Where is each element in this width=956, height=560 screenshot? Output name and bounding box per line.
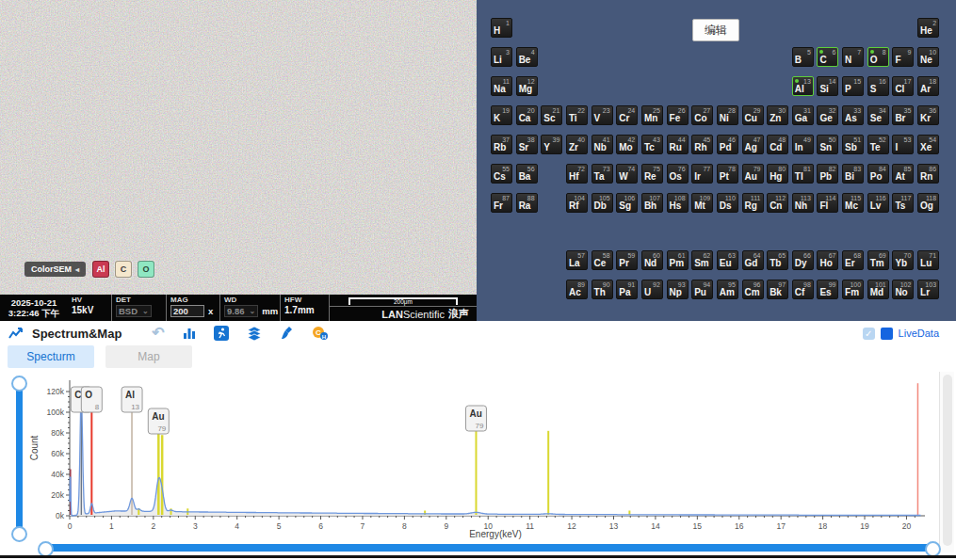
element-Pb[interactable]: 82Pb bbox=[817, 164, 838, 184]
element-Nd[interactable]: 60Nd bbox=[641, 250, 663, 270]
element-Ta[interactable]: 73Ta bbox=[591, 164, 613, 184]
colorsem-chip-C[interactable]: C bbox=[115, 261, 132, 278]
element-Pr[interactable]: 59Pr bbox=[616, 250, 638, 270]
element-C[interactable]: 6C bbox=[817, 47, 838, 67]
element-Fe[interactable]: 26Fe bbox=[667, 105, 689, 125]
run-icon[interactable] bbox=[214, 326, 229, 341]
element-I[interactable]: 53I bbox=[892, 135, 914, 154]
element-Tl[interactable]: 81Tl bbox=[792, 164, 814, 184]
element-Y[interactable]: 39Y bbox=[541, 135, 562, 154]
element-Nh[interactable]: 113Nh bbox=[792, 193, 814, 213]
spectrum-chart[interactable]: 012345678910111213141516171819200k20k40k… bbox=[26, 373, 938, 542]
element-Sb[interactable]: 51Sb bbox=[842, 135, 864, 154]
element-Rh[interactable]: 45Rh bbox=[691, 135, 713, 154]
element-Sc[interactable]: 21Sc bbox=[541, 105, 562, 125]
element-Tm[interactable]: 69Tm bbox=[867, 250, 889, 270]
element-Pm[interactable]: 61Pm bbox=[667, 250, 689, 270]
element-Mn[interactable]: 25Mn bbox=[641, 105, 663, 125]
element-Ir[interactable]: 77Ir bbox=[691, 164, 713, 184]
element-Er[interactable]: 68Er bbox=[842, 250, 864, 270]
count-slider-bottom-handle[interactable] bbox=[11, 526, 27, 542]
element-Po[interactable]: 84Po bbox=[867, 164, 889, 184]
element-Cf[interactable]: 98Cf bbox=[792, 280, 814, 299]
element-Tc[interactable]: 43Tc bbox=[641, 135, 663, 154]
tab-map[interactable]: Map bbox=[105, 345, 192, 368]
element-Ra[interactable]: 88Ra bbox=[516, 193, 538, 213]
element-Cm[interactable]: 96Cm bbox=[742, 280, 764, 299]
element-Kr[interactable]: 36Kr bbox=[917, 105, 939, 125]
element-No[interactable]: 102No bbox=[892, 280, 914, 299]
element-Zn[interactable]: 30Zn bbox=[767, 105, 788, 125]
element-Lv[interactable]: 116Lv bbox=[867, 193, 889, 213]
element-In[interactable]: 49In bbox=[792, 135, 814, 154]
element-Pd[interactable]: 46Pd bbox=[717, 135, 738, 154]
status-field-mag[interactable]: MAG200x bbox=[166, 295, 219, 321]
element-Ce[interactable]: 58Ce bbox=[591, 250, 613, 270]
element-At[interactable]: 85At bbox=[892, 164, 914, 184]
colorsem-chip-O[interactable]: O bbox=[138, 261, 154, 278]
element-Bh[interactable]: 107Bh bbox=[641, 193, 663, 213]
element-K[interactable]: 19K bbox=[491, 105, 512, 125]
element-Gd[interactable]: 64Gd bbox=[742, 250, 764, 270]
element-Ti[interactable]: 22Ti bbox=[566, 105, 588, 125]
element-Ge[interactable]: 32Ge bbox=[817, 105, 838, 125]
element-Na[interactable]: 11Na bbox=[491, 76, 512, 96]
element-Sg[interactable]: 106Sg bbox=[616, 193, 638, 213]
element-Cl[interactable]: 17Cl bbox=[892, 76, 914, 96]
element-Mt[interactable]: 109Mt bbox=[691, 193, 713, 213]
element-Pa[interactable]: 91Pa bbox=[616, 280, 638, 299]
element-F[interactable]: 9F bbox=[892, 47, 914, 67]
element-Mo[interactable]: 42Mo bbox=[616, 135, 638, 154]
colorsem-button[interactable]: ColorSEM ◂ bbox=[24, 262, 86, 277]
element-Dy[interactable]: 66Dy bbox=[792, 250, 814, 270]
tab-spectrum[interactable]: Specturm bbox=[8, 345, 94, 368]
element-S[interactable]: 16S bbox=[867, 76, 889, 96]
element-Mg[interactable]: 12Mg bbox=[516, 76, 538, 96]
element-Ag[interactable]: 47Ag bbox=[742, 135, 764, 154]
element-Re[interactable]: 75Re bbox=[641, 164, 663, 184]
element-W[interactable]: 74W bbox=[616, 164, 638, 184]
sem-image-panel[interactable]: ColorSEM ◂ AlCO 2025-10-21 3:22:46 下午 HV… bbox=[0, 0, 477, 321]
element-Hf[interactable]: 72Hf bbox=[566, 164, 588, 184]
element-Cd[interactable]: 48Cd bbox=[767, 135, 788, 154]
element-Cr[interactable]: 24Cr bbox=[616, 105, 638, 125]
element-Sn[interactable]: 50Sn bbox=[817, 135, 838, 154]
element-Au[interactable]: 79Au bbox=[742, 164, 764, 184]
element-Si[interactable]: 14Si bbox=[817, 76, 838, 96]
coin-ch-icon[interactable]: C H bbox=[312, 326, 329, 341]
element-Al[interactable]: 13Al bbox=[792, 76, 814, 96]
energy-range-slider[interactable] bbox=[47, 544, 932, 552]
element-Be[interactable]: 4Be bbox=[516, 47, 538, 67]
element-Ds[interactable]: 110Ds bbox=[717, 193, 738, 213]
element-Ts[interactable]: 117Ts bbox=[892, 193, 914, 213]
element-Yb[interactable]: 70Yb bbox=[892, 250, 914, 270]
element-Th[interactable]: 90Th bbox=[591, 280, 613, 299]
scrollbar-thumb[interactable] bbox=[943, 375, 952, 546]
element-Ar[interactable]: 18Ar bbox=[917, 76, 939, 96]
element-Mc[interactable]: 115Mc bbox=[842, 193, 864, 213]
element-Ca[interactable]: 20Ca bbox=[516, 105, 538, 125]
element-He[interactable]: 2He bbox=[917, 18, 939, 38]
element-Cs[interactable]: 55Cs bbox=[491, 164, 512, 184]
element-Ni[interactable]: 28Ni bbox=[717, 105, 738, 125]
element-Nb[interactable]: 41Nb bbox=[591, 135, 613, 154]
element-Pu[interactable]: 94Pu bbox=[691, 280, 713, 299]
element-Xe[interactable]: 54Xe bbox=[917, 135, 939, 154]
element-Rn[interactable]: 86Rn bbox=[917, 164, 939, 184]
element-Bi[interactable]: 83Bi bbox=[842, 164, 864, 184]
element-N[interactable]: 7N bbox=[842, 47, 864, 67]
element-Np[interactable]: 93Np bbox=[667, 280, 689, 299]
element-Rb[interactable]: 37Rb bbox=[491, 135, 512, 154]
element-Db[interactable]: 105Db bbox=[591, 193, 613, 213]
element-Pt[interactable]: 78Pt bbox=[717, 164, 738, 184]
element-Sm[interactable]: 62Sm bbox=[691, 250, 713, 270]
element-Br[interactable]: 35Br bbox=[892, 105, 914, 125]
colorsem-chip-Al[interactable]: Al bbox=[92, 261, 109, 278]
element-Te[interactable]: 52Te bbox=[867, 135, 889, 154]
element-B[interactable]: 5B bbox=[792, 47, 814, 67]
element-Eu[interactable]: 63Eu bbox=[717, 250, 738, 270]
element-Am[interactable]: 95Am bbox=[717, 280, 738, 299]
element-Fr[interactable]: 87Fr bbox=[491, 193, 512, 213]
count-slider-top-handle[interactable] bbox=[11, 376, 27, 392]
element-As[interactable]: 33As bbox=[842, 105, 864, 125]
